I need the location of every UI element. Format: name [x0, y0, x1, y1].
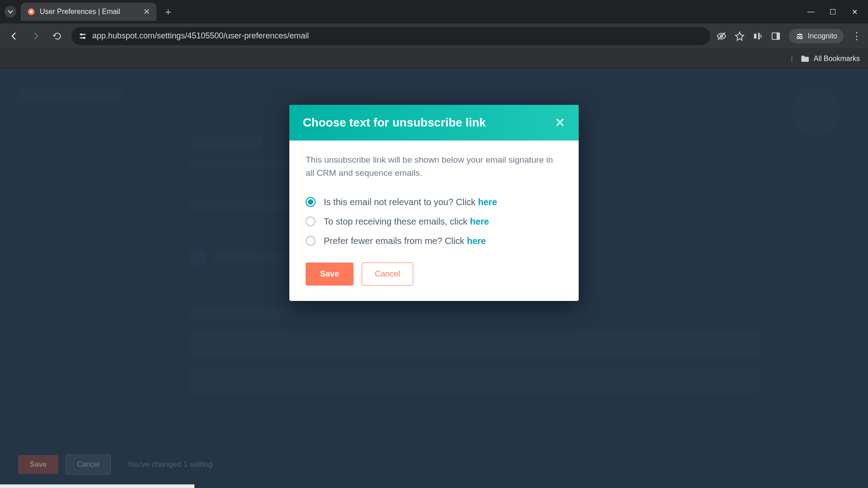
incognito-indicator[interactable]: Incognito — [789, 29, 844, 43]
unsubscribe-option-3[interactable]: Prefer fewer emails from me? Click here — [306, 231, 562, 251]
option-1-label: Is this email not relevant to you? Click… — [324, 197, 497, 207]
unsubscribe-option-1[interactable]: Is this email not relevant to you? Click… — [306, 192, 562, 212]
svg-point-4 — [80, 33, 83, 36]
url-input[interactable]: app.hubspot.com/settings/45105500/user-p… — [71, 27, 710, 45]
window-close-icon[interactable]: ✕ — [850, 8, 859, 16]
tab-search-button[interactable] — [5, 6, 16, 18]
new-tab-button[interactable]: ＋ — [160, 4, 176, 20]
site-settings-icon[interactable] — [79, 32, 87, 40]
nav-back-button[interactable] — [6, 28, 22, 44]
side-panel-icon[interactable] — [771, 31, 781, 41]
incognito-label: Incognito — [808, 32, 837, 40]
page-action-bar: Save Cancel You've changed 1 setting — [18, 455, 212, 474]
all-bookmarks-button[interactable]: All Bookmarks — [814, 55, 860, 63]
svg-rect-10 — [760, 34, 761, 38]
svg-rect-9 — [758, 33, 760, 39]
option-2-label: To stop receiving these emails, click he… — [324, 216, 489, 227]
modal-description: This unsubscribe link will be shown belo… — [306, 153, 562, 180]
svg-point-13 — [797, 36, 799, 38]
page-save-button-dimmed: Save — [18, 455, 58, 474]
unsubscribe-option-2[interactable]: To stop receiving these emails, click he… — [306, 212, 562, 231]
os-taskbar-edge — [0, 484, 194, 488]
modal-title: Choose text for unsubscribe link — [303, 116, 486, 130]
here-link[interactable]: here — [470, 216, 489, 226]
tab-title: User Preferences | Email — [40, 8, 139, 16]
unsubscribe-text-modal: Choose text for unsubscribe link ✕ This … — [289, 105, 579, 301]
incognito-icon — [795, 32, 804, 41]
modal-close-button[interactable]: ✕ — [555, 117, 565, 129]
tab-close-icon[interactable]: ✕ — [143, 7, 150, 17]
svg-rect-8 — [754, 33, 757, 38]
page-viewport: Save Cancel You've changed 1 setting Cho… — [0, 69, 868, 488]
svg-point-1 — [30, 10, 33, 13]
browser-address-bar: app.hubspot.com/settings/45105500/user-p… — [0, 23, 868, 49]
kebab-menu-icon[interactable]: ⋮ — [852, 30, 862, 42]
eye-off-icon[interactable] — [717, 31, 726, 41]
bookmark-star-icon[interactable] — [735, 31, 745, 41]
url-text: app.hubspot.com/settings/45105500/user-p… — [92, 31, 309, 41]
svg-point-5 — [83, 37, 85, 39]
nav-forward-button[interactable] — [28, 28, 43, 44]
here-link[interactable]: here — [478, 197, 497, 207]
radio-unselected-icon[interactable] — [306, 236, 316, 246]
radio-selected-icon[interactable] — [306, 197, 316, 207]
page-change-status: You've changed 1 setting — [127, 460, 212, 469]
window-minimize-icon[interactable]: — — [807, 8, 816, 16]
radio-unselected-icon[interactable] — [306, 216, 316, 226]
nav-reload-button[interactable] — [50, 28, 65, 44]
browser-tab-bar: User Preferences | Email ✕ ＋ — ☐ ✕ — [0, 0, 868, 23]
here-link[interactable]: here — [467, 236, 486, 246]
page-cancel-button-dimmed: Cancel — [66, 455, 111, 474]
bookmarks-bar: | All Bookmarks — [0, 49, 868, 69]
folder-icon — [800, 54, 809, 63]
cancel-button[interactable]: Cancel — [362, 263, 413, 286]
window-controls: — ☐ ✕ — [807, 8, 863, 16]
option-3-label: Prefer fewer emails from me? Click here — [324, 236, 486, 246]
svg-point-14 — [800, 36, 802, 38]
media-control-icon[interactable] — [753, 31, 763, 41]
save-button[interactable]: Save — [306, 263, 354, 286]
window-maximize-icon[interactable]: ☐ — [828, 8, 837, 16]
browser-tab-active[interactable]: User Preferences | Email ✕ — [21, 3, 156, 21]
svg-rect-12 — [777, 33, 779, 39]
hubspot-favicon — [27, 8, 35, 16]
modal-header: Choose text for unsubscribe link ✕ — [289, 105, 579, 141]
